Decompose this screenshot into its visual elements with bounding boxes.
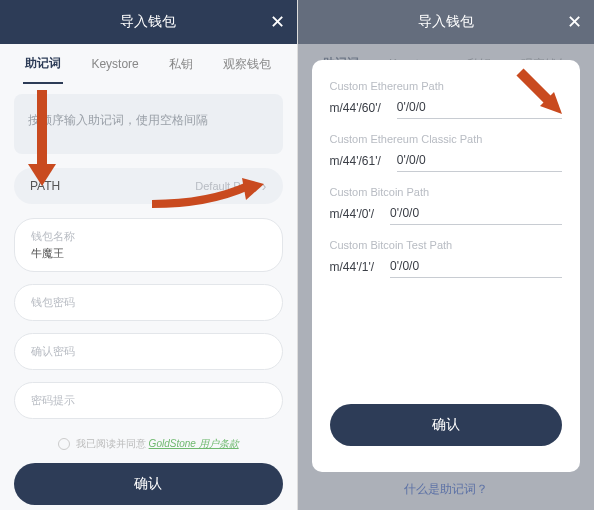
modal-confirm-button[interactable]: 确认 (330, 404, 563, 446)
terms-link[interactable]: GoldStone 用户条款 (149, 437, 239, 451)
header-title: 导入钱包 (120, 13, 176, 31)
confirm-password-label: 确认密码 (31, 344, 266, 359)
terms-agree[interactable]: 我已阅读并同意 GoldStone 用户条款 (14, 437, 283, 451)
header-title: 导入钱包 (418, 13, 474, 31)
header-dim: 导入钱包 ✕ (298, 0, 595, 44)
mnemonic-input[interactable]: 按顺序输入助记词，使用空格间隔 (14, 94, 283, 154)
path-section-label: Custom Bitcoin Path (330, 186, 563, 198)
checkbox-icon[interactable] (58, 438, 70, 450)
confirm-button[interactable]: 确认 (14, 463, 283, 505)
path-prefix: m/44'/60'/ (330, 101, 381, 119)
screen-path-modal: 导入钱包 ✕ 助记词 Keystore 私钥 观察钱包 确认 什么是助记词？ C… (297, 0, 595, 510)
tab-mnemonic[interactable]: 助记词 (23, 45, 63, 84)
header: 导入钱包 ✕ (0, 0, 297, 44)
path-value: Default Path (195, 180, 256, 192)
screen-import-wallet: 导入钱包 ✕ 助记词 Keystore 私钥 观察钱包 按顺序输入助记词，使用空… (0, 0, 297, 510)
wallet-password-label: 钱包密码 (31, 295, 266, 310)
help-link-bg: 什么是助记词？ (312, 481, 581, 504)
path-value-input[interactable] (397, 98, 562, 119)
chevron-right-icon: › (262, 178, 267, 194)
path-prefix: m/44'/61'/ (330, 154, 381, 172)
path-section-label: Custom Bitcoin Test Path (330, 239, 563, 251)
wallet-name-field[interactable]: 钱包名称 牛魔王 (14, 218, 283, 272)
agree-prefix: 我已阅读并同意 (76, 437, 146, 451)
path-label: PATH (30, 179, 60, 193)
tab-keystore[interactable]: Keystore (89, 47, 140, 81)
path-value-input[interactable] (390, 204, 562, 225)
confirm-password-field[interactable]: 确认密码 (14, 333, 283, 370)
path-modal: Custom Ethereum Path m/44'/60'/ Custom E… (312, 60, 581, 472)
path-value-input[interactable] (397, 151, 562, 172)
wallet-password-field[interactable]: 钱包密码 (14, 284, 283, 321)
tab-watch-wallet[interactable]: 观察钱包 (221, 46, 273, 83)
wallet-name-label: 钱包名称 (31, 229, 266, 244)
path-prefix: m/44'/1'/ (330, 260, 375, 278)
path-value-input[interactable] (390, 257, 562, 278)
tab-bar: 助记词 Keystore 私钥 观察钱包 (0, 44, 297, 84)
path-input-ethereum-classic: m/44'/61'/ (330, 151, 563, 172)
path-input-ethereum: m/44'/60'/ (330, 98, 563, 119)
tab-private-key[interactable]: 私钥 (167, 46, 195, 83)
close-icon[interactable]: ✕ (270, 11, 285, 33)
password-hint-field[interactable]: 密码提示 (14, 382, 283, 419)
content: 按顺序输入助记词，使用空格间隔 PATH Default Path › 钱包名称… (0, 84, 297, 510)
password-hint-label: 密码提示 (31, 393, 266, 408)
path-section-label: Custom Ethereum Path (330, 80, 563, 92)
close-icon[interactable]: ✕ (567, 11, 582, 33)
path-section-label: Custom Ethereum Classic Path (330, 133, 563, 145)
path-input-bitcoin-test: m/44'/1'/ (330, 257, 563, 278)
path-input-bitcoin: m/44'/0'/ (330, 204, 563, 225)
wallet-name-value: 牛魔王 (31, 246, 266, 261)
path-row[interactable]: PATH Default Path › (14, 168, 283, 204)
path-prefix: m/44'/0'/ (330, 207, 375, 225)
